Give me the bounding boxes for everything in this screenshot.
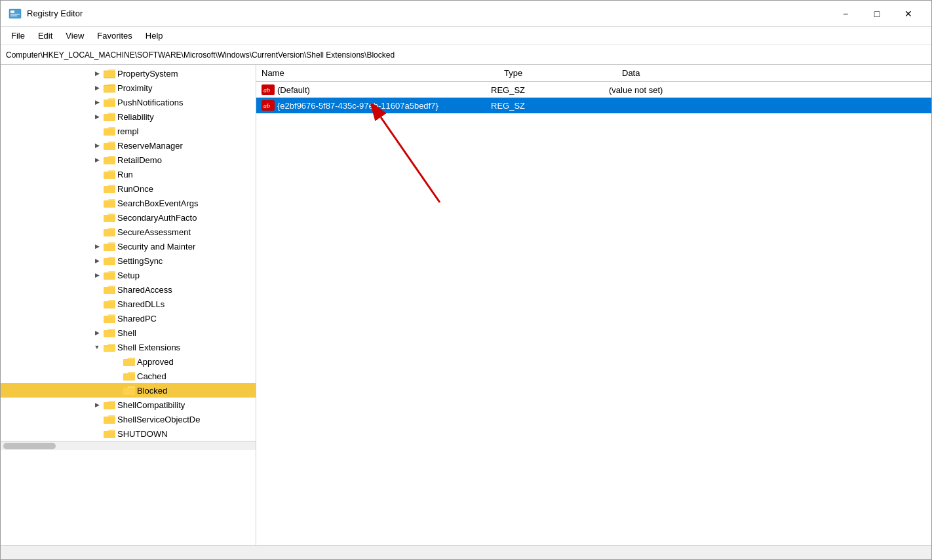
detail-row-guid[interactable]: ab {e2bf9676-5f87-435c-97eb-11607a5bedf7… (256, 98, 931, 113)
tree-item-setup[interactable]: ▶ Setup (1, 268, 256, 282)
svg-rect-28 (123, 359, 135, 366)
svg-rect-15 (104, 186, 115, 193)
tree-item-shareddlls[interactable]: SharedDLLs (1, 297, 256, 311)
registry-editor-window: Registry Editor − □ ✕ File Edit View Fav… (0, 0, 932, 560)
tree-item-runonce[interactable]: RunOnce (1, 181, 256, 196)
chevron-icon: ▶ (92, 69, 102, 78)
svg-rect-1 (10, 10, 14, 13)
folder-icon (104, 428, 115, 439)
tree-item-propertysystem[interactable]: ▶ PropertySystem (1, 66, 256, 81)
folder-icon (104, 68, 115, 79)
tree-label: SettingSync (117, 256, 163, 266)
folder-icon (104, 212, 115, 223)
tree-label: RetailDemo (117, 155, 162, 165)
folder-icon (104, 414, 115, 424)
svg-rect-13 (104, 157, 115, 164)
column-name-header: Name (262, 68, 504, 78)
tree-label: SharedAccess (117, 285, 172, 295)
tree-item-shell[interactable]: ▶ Shell (1, 326, 256, 340)
chevron-icon: ▶ (92, 256, 102, 265)
svg-rect-29 (123, 373, 135, 381)
chevron-icon: ▶ (92, 83, 102, 92)
folder-icon (104, 327, 115, 338)
svg-rect-16 (104, 200, 115, 208)
menu-file[interactable]: File (5, 29, 31, 43)
menu-edit[interactable]: Edit (31, 29, 59, 43)
svg-rect-4 (104, 71, 115, 78)
svg-rect-32 (104, 417, 115, 424)
folder-icon (104, 255, 115, 266)
tree-item-reservemanager[interactable]: ▶ ReserveManager (1, 138, 256, 153)
menu-favorites[interactable]: Favorites (90, 29, 138, 43)
tree-item-retaildemo[interactable]: ▶ RetailDemo (1, 153, 256, 167)
tree-item-approved[interactable]: Approved (1, 354, 256, 369)
tree-item-sharedaccess[interactable]: SharedAccess (1, 282, 256, 297)
maximize-button[interactable]: □ (862, 3, 892, 24)
tree-label: ShellCompatibility (117, 400, 185, 410)
default-name: (Default) (277, 85, 310, 95)
folder-icon (104, 241, 115, 252)
svg-rect-31 (104, 402, 115, 409)
tree-item-pushnotifications[interactable]: ▶ PushNotifications (1, 95, 256, 109)
tree-label: PushNotifications (117, 98, 183, 107)
tree-label: ReserveManager (117, 141, 183, 151)
tree-item-shellextensions[interactable]: ▼ Shell Extensions (1, 340, 256, 354)
detail-pane: Name Type Data ab (Default) REG_SZ (valu… (256, 65, 931, 545)
tree-item-shellserviceobject[interactable]: ShellServiceObjectDe (1, 412, 256, 426)
tree-item-reliability[interactable]: ▶ Reliability (1, 109, 256, 124)
close-button[interactable]: ✕ (893, 3, 923, 24)
svg-rect-12 (104, 143, 115, 150)
svg-rect-3 (10, 15, 17, 16)
tree-label: SecureAssessment (117, 227, 191, 237)
tree-item-shutdown[interactable]: SHUTDOWN (1, 426, 256, 441)
minimize-button[interactable]: − (830, 3, 861, 24)
column-data-header: Data (622, 68, 926, 78)
svg-rect-11 (104, 128, 115, 136)
tree-label: Reliability (117, 112, 154, 122)
tree-label: SharedDLLs (117, 299, 165, 309)
address-bar[interactable]: Computer\HKEY_LOCAL_MACHINE\SOFTWARE\Mic… (1, 45, 931, 65)
default-data: (value not set) (609, 85, 663, 95)
folder-open-icon (104, 342, 115, 352)
tree-item-blocked[interactable]: Blocked (1, 383, 256, 398)
tree-item-shellcompatibility[interactable]: ▶ ShellCompatibility (1, 398, 256, 412)
folder-icon (104, 126, 115, 136)
chevron-icon: ▶ (92, 400, 102, 409)
tree-label: Security and Mainter (117, 242, 195, 252)
tree-item-security[interactable]: ▶ Security and Mainter (1, 239, 256, 253)
tree-label: SearchBoxEventArgs (117, 198, 199, 208)
tree-item-searchboxeventargs[interactable]: SearchBoxEventArgs (1, 196, 256, 210)
svg-rect-2 (10, 14, 20, 15)
ab-icon: ab (262, 84, 275, 95)
svg-rect-24 (104, 316, 115, 323)
detail-row-default[interactable]: ab (Default) REG_SZ (value not set) (256, 82, 931, 98)
main-content: ▶ PropertySystem ▶ Proximity ▶ (1, 65, 931, 545)
guid-type: REG_SZ (491, 101, 525, 111)
tree-item-secondaryauthfactor[interactable]: SecondaryAuthFacto (1, 210, 256, 225)
svg-rect-23 (104, 301, 115, 308)
tree-item-proximity[interactable]: ▶ Proximity (1, 81, 256, 95)
tree-label: RunOnce (117, 184, 153, 194)
chevron-expanded-icon: ▼ (92, 343, 102, 352)
menu-bar: File Edit View Favorites Help (1, 27, 931, 45)
svg-rect-21 (104, 272, 115, 280)
menu-view[interactable]: View (59, 29, 90, 43)
registry-editor-icon (9, 7, 22, 20)
tree-item-settingsync[interactable]: ▶ SettingSync (1, 253, 256, 268)
tree-item-run[interactable]: Run (1, 167, 256, 181)
tree-item-cached[interactable]: Cached (1, 369, 256, 383)
tree-item-sharedpc[interactable]: SharedPC (1, 311, 256, 326)
tree-label: Blocked (137, 386, 167, 396)
svg-rect-27 (104, 346, 115, 351)
svg-rect-6 (104, 72, 109, 73)
detail-header: Name Type Data (256, 65, 931, 82)
folder-icon (104, 299, 115, 309)
tree-item-rempl[interactable]: rempl (1, 124, 256, 138)
menu-help[interactable]: Help (139, 29, 170, 43)
tree-item-secureassessment[interactable]: SecureAssessment (1, 225, 256, 239)
window-title: Registry Editor (27, 9, 830, 18)
tree-pane[interactable]: ▶ PropertySystem ▶ Proximity ▶ (1, 65, 256, 545)
title-bar: Registry Editor − □ ✕ (1, 1, 931, 27)
window-controls: − □ ✕ (830, 3, 923, 24)
tree-label: Cached (137, 371, 166, 381)
